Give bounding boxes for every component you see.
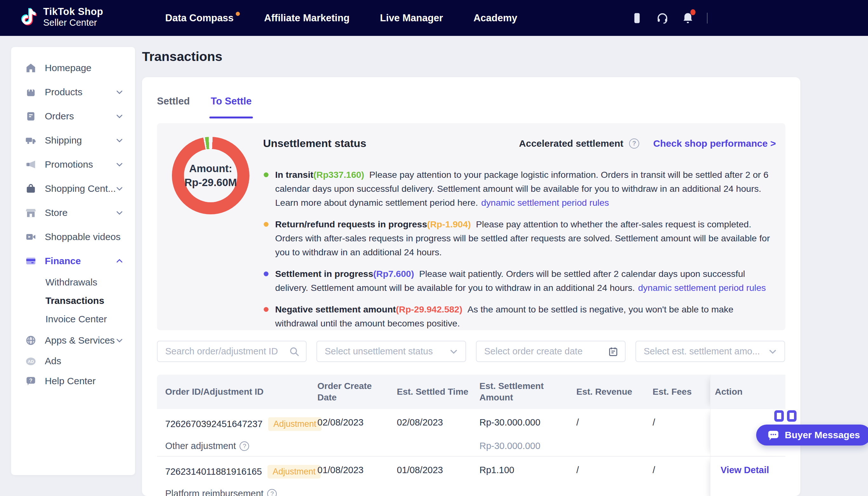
chevron-down-icon	[115, 112, 124, 120]
promotions-megaphone-icon	[25, 159, 36, 170]
order-id: 7262670392451647237	[165, 419, 262, 429]
sidebar: Homepage Products Orders Shipping Promot…	[11, 47, 135, 475]
tiktok-logo-icon	[18, 6, 38, 29]
search-icon[interactable]	[289, 346, 300, 357]
brand-line1: TikTok Shop	[43, 6, 103, 17]
est-fees: /	[653, 417, 706, 428]
dynamic-settlement-rules-link[interactable]: dynamic settlement period rules	[481, 198, 609, 208]
col-est-settlement-amount: Est. Settlement Amount	[475, 375, 572, 409]
bullet-settlement-in-progress: Settlement in progress(Rp7.600)Please wa…	[263, 267, 777, 295]
sidebar-item-store[interactable]: Store	[11, 201, 135, 225]
bullet-in-transit: In transit(Rp337.160)Please pay attentio…	[263, 168, 777, 210]
buyer-messages-button[interactable]: Buyer Messages	[756, 424, 868, 446]
bullet-return-refund: Return/refund requests in progress(Rp-1.…	[263, 217, 777, 259]
est-fees: /	[653, 465, 706, 475]
chevron-down-icon	[115, 160, 124, 169]
order-create-date: 02/08/2023	[317, 417, 388, 428]
question-circle-icon[interactable]: ?	[267, 489, 277, 496]
nav-item-affiliate-marketing[interactable]: Affiliate Marketing	[264, 12, 350, 24]
question-circle-icon[interactable]: ?	[629, 138, 639, 149]
chevron-down-icon[interactable]	[767, 346, 778, 357]
mobile-app-icon[interactable]	[631, 12, 643, 25]
transactions-card: Settled To Settle Amount: Rp-29.60M Unse…	[142, 77, 800, 496]
accelerated-settlement-label: Accelerated settlement	[519, 138, 623, 149]
bullet-dot-icon	[264, 272, 269, 276]
brand-logo[interactable]: TikTok Shop Seller Center	[18, 6, 103, 29]
sidebar-item-orders[interactable]: Orders	[11, 104, 135, 128]
chevron-up-icon	[115, 257, 124, 265]
bullet-dot-icon	[264, 222, 269, 227]
chevron-down-icon	[115, 185, 124, 193]
order-id: 7262314011881916165	[165, 466, 262, 477]
shipping-truck-icon	[25, 135, 36, 146]
sidebar-item-transactions[interactable]: Transactions	[11, 292, 135, 310]
adjustment-type: Platform reimbursement	[165, 489, 263, 496]
notifications-bell-icon[interactable]	[682, 12, 694, 25]
unsettlement-donut-chart: Amount: Rp-29.60M	[172, 137, 249, 214]
calendar-icon[interactable]	[608, 346, 619, 357]
search-order-input-box[interactable]	[157, 341, 307, 362]
sidebar-item-homepage[interactable]: Homepage	[11, 56, 135, 80]
est-settled-time: 01/08/2023	[397, 465, 471, 475]
order-create-date-input[interactable]	[476, 341, 625, 361]
est-settlement-amount: Rp1.100	[479, 465, 567, 475]
svg-text:?: ?	[29, 377, 32, 383]
sidebar-item-products[interactable]: Products	[11, 80, 135, 104]
ads-icon: AD	[25, 356, 36, 367]
order-create-date-picker[interactable]	[476, 341, 626, 362]
top-navbar: TikTok Shop Seller Center Data Compass A…	[0, 0, 868, 36]
est-settlement-amount: Rp-30.000.000	[479, 417, 567, 428]
buyer-messages-label: Buyer Messages	[785, 430, 860, 440]
chevron-down-icon	[115, 208, 124, 217]
tab-bar: Settled To Settle	[157, 96, 252, 114]
products-bag-icon	[25, 87, 36, 98]
bell-unread-badge	[690, 9, 696, 15]
tab-settled[interactable]: Settled	[157, 96, 190, 114]
donut-center-value: Rp-29.60M	[184, 175, 237, 189]
sidebar-item-withdrawals[interactable]: Withdrawals	[11, 273, 135, 292]
sidebar-item-help-center[interactable]: ? Help Center	[11, 369, 135, 393]
bullet-dot-icon	[264, 307, 269, 312]
search-order-input[interactable]	[157, 341, 306, 361]
brand-line2: Seller Center	[43, 17, 103, 28]
nav-item-live-manager[interactable]: Live Manager	[380, 12, 443, 24]
shopping-center-bag-icon	[25, 183, 36, 194]
nav-item-data-compass[interactable]: Data Compass	[165, 12, 233, 24]
sidebar-item-shoppable-videos[interactable]: Shoppable videos	[11, 225, 135, 249]
accelerated-settlement: Accelerated settlement ?	[519, 138, 639, 149]
nav-menu: Data Compass Affiliate Marketing Live Ma…	[165, 0, 517, 36]
order-create-date: 01/08/2023	[317, 465, 388, 475]
sidebar-item-shopping-center[interactable]: Shopping Cent...	[11, 176, 135, 201]
col-est-fees: Est. Fees	[648, 375, 710, 409]
sidebar-item-finance[interactable]: Finance	[11, 249, 135, 273]
bullet-dot-icon	[264, 172, 269, 177]
dynamic-settlement-rules-link[interactable]: dynamic settlement period rules	[638, 283, 766, 293]
bullet-negative-settlement: Negative settlement amount(Rp-29.942.582…	[263, 302, 777, 330]
est-revenue: /	[576, 465, 644, 475]
nav-divider	[707, 13, 707, 24]
unsettlement-status-input[interactable]	[317, 341, 466, 361]
est-settlement-amount-select[interactable]	[636, 341, 785, 362]
chevron-down-icon	[115, 88, 124, 96]
est-settled-time: 02/08/2023	[397, 417, 471, 428]
orders-doc-icon	[25, 110, 36, 122]
est-settlement-amount-input[interactable]	[636, 341, 785, 361]
shoppable-videos-icon	[25, 231, 36, 243]
status-panel-title: Unsettlement status	[263, 137, 519, 150]
col-est-settled-time: Est. Settled Time	[392, 375, 475, 409]
sidebar-item-shipping[interactable]: Shipping	[11, 128, 135, 152]
sidebar-item-ads[interactable]: AD Ads	[11, 353, 135, 369]
sidebar-item-apps-services[interactable]: Apps & Services	[11, 328, 135, 353]
support-headset-icon[interactable]	[656, 12, 669, 25]
view-detail-link[interactable]: View Detail	[715, 465, 781, 475]
check-shop-performance-link[interactable]: Check shop performance >	[653, 138, 776, 149]
nav-item-academy[interactable]: Academy	[473, 12, 517, 24]
adjustment-type: Other adjustment	[165, 441, 236, 451]
question-circle-icon[interactable]: ?	[240, 441, 249, 451]
notification-dot-icon	[236, 12, 240, 16]
sidebar-item-invoice-center[interactable]: Invoice Center	[11, 310, 135, 328]
tab-to-settle[interactable]: To Settle	[211, 96, 252, 114]
unsettlement-status-select[interactable]	[317, 341, 466, 362]
sidebar-item-promotions[interactable]: Promotions	[11, 152, 135, 176]
chevron-down-icon[interactable]	[448, 346, 459, 357]
